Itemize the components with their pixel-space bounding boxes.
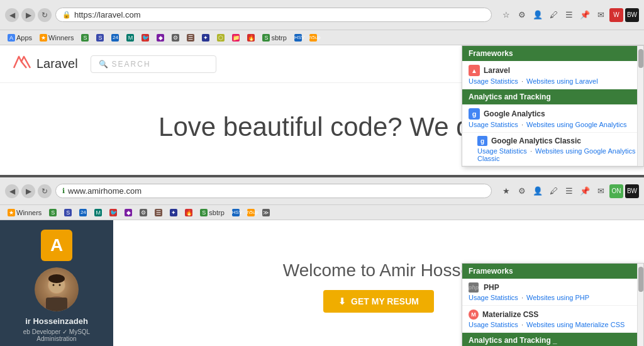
bookmark-ext2[interactable]: ⚙ [169,33,182,42]
more-b-favicon: ≫ [262,209,270,216]
settings-icon-bottom[interactable]: ⚙ [515,184,529,198]
bookmark-ext6[interactable]: 📁 [230,33,242,42]
bookmark-sbtrp[interactable]: S sbtrp [260,33,289,42]
bookmark-ext1-b[interactable]: ◆ [122,208,135,217]
php-websites[interactable]: Websites using PHP [526,294,589,301]
ext2-favicon: ⚙ [172,34,179,42]
ext-b-1[interactable]: 👤 [531,184,545,198]
back-button-bottom[interactable]: ◀ [5,184,19,198]
ext-b-3[interactable]: ☰ [562,184,576,198]
forward-button[interactable]: ▶ [21,8,35,22]
bookmark-s2-b[interactable]: S [62,208,74,217]
forward-button-bottom[interactable]: ▶ [21,184,35,198]
scrollbar-top[interactable] [637,46,643,166]
extension-icon-2[interactable]: 🖊 [547,8,560,22]
bookmark-fire[interactable]: 🔥 [245,33,257,42]
ext4-b-favicon: ✦ [170,209,177,216]
star-icon[interactable]: ☆ [499,8,513,22]
materialize-websites[interactable]: Websites using Materialize CSS [526,321,625,328]
amir-resume-btn[interactable]: ⬇ GET MY RESUM [323,290,434,313]
m-b-favicon: M [94,209,102,216]
bookmark-ext3-b[interactable]: ☰ [152,208,165,217]
bookmark-hsv-b[interactable]: HSV [230,208,242,217]
extension-icon-3[interactable]: ☰ [562,8,576,22]
bookmark-h5up[interactable]: h5up [307,33,319,42]
extension-icon-1[interactable]: 👤 [531,8,545,22]
bookmark-ext3[interactable]: ☰ [184,33,197,42]
reload-button-bottom[interactable]: ↻ [38,184,52,198]
bookmark-ext5[interactable]: ⬡ [214,33,227,42]
bookmark-bird-b[interactable]: 🐦 [107,208,119,217]
address-bar-bottom[interactable]: ℹ www.amirhome.com [55,184,492,198]
browser-chrome-bottom: ◀ ▶ ↻ ℹ www.amirhome.com ★ ⚙ 👤 🖊 ☰ 📌 ✉ O… [0,177,644,205]
reload-button[interactable]: ↻ [38,8,52,22]
php-usage[interactable]: Usage Statistics [469,294,518,301]
apps-favicon: A [8,34,15,42]
s2-favicon: S [96,34,104,42]
download-icon: ⬇ [338,296,346,306]
bookmark-hsv[interactable]: HSV [292,33,304,42]
extension-icon-4[interactable]: 📌 [578,8,592,22]
extension-icon-7[interactable]: BW [625,8,639,22]
bookmark-ext2-b[interactable]: ⚙ [137,208,150,217]
bookmark-fire-b[interactable]: 🔥 [182,208,195,217]
ext-b-5[interactable]: ✉ [594,184,608,198]
ga-classic-usage[interactable]: Usage Statistics [477,147,527,155]
hsv-b-favicon: HSV [232,209,240,216]
ga-item-top[interactable]: g Google Analytics Usage Statistics · We… [462,104,643,133]
ext-b-2[interactable]: 🖊 [547,184,560,198]
ga-classic-item[interactable]: g Google Analytics Classic Usage Statist… [462,133,643,166]
extension-icon-5[interactable]: ✉ [594,8,608,22]
bird-favicon: 🐦 [142,34,149,42]
star-icon-bottom[interactable]: ★ [499,184,513,198]
bookmark-more-b[interactable]: ≫ [260,208,272,217]
ext-b-6[interactable]: ON [609,184,623,198]
php-item[interactable]: php PHP Usage Statistics · Websites usin… [462,279,643,306]
materialize-item[interactable]: M Materialize CSS Usage Statistics · Web… [462,306,643,333]
bookmark-winners-label: Winners [48,34,74,42]
laravel-usage-link[interactable]: Usage Statistics [469,77,518,85]
php-links: Usage Statistics · Websites using PHP [469,294,637,301]
ext3-favicon: ☰ [187,34,194,42]
ga-usage-top[interactable]: Usage Statistics [469,121,518,128]
bookmark-m[interactable]: M [124,33,136,42]
bookmark-sbtrp-b[interactable]: S sbtrp [197,208,226,217]
amir-avatar-inner [35,267,79,311]
url-text: https://laravel.com [74,10,141,20]
laravel-item[interactable]: ▲ Laravel Usage Statistics · Websites us… [462,61,643,89]
bookmark-s2[interactable]: S [94,33,106,42]
address-bar-top[interactable]: 🔒 https://laravel.com [55,8,492,22]
bookmark-winners-b[interactable]: ★ Winners [5,208,44,217]
bookmark-apps[interactable]: A Apps [5,33,35,42]
materialize-usage[interactable]: Usage Statistics [469,321,518,328]
analytics-header-top: Analytics and Tracking [462,89,643,104]
laravel-search[interactable]: 🔍 SEARCH [91,55,216,73]
scrollbar-thumb-bottom[interactable] [638,267,643,292]
laravel-websites-link[interactable]: Websites using Laravel [526,77,598,85]
bookmark-ext1[interactable]: ◆ [154,33,167,42]
bookmark-h5up-b[interactable]: h5up [245,208,257,217]
bookmark-ext4[interactable]: ✦ [199,33,212,42]
bookmark-s1[interactable]: S [79,33,91,42]
lock-icon-bottom: ℹ [62,187,65,195]
toolbar-icons-bottom: ★ ⚙ 👤 🖊 ☰ 📌 ✉ ON BW [499,184,639,198]
bookmark-bird[interactable]: 🐦 [139,33,152,42]
ext-b-7[interactable]: BW [625,184,639,198]
back-button[interactable]: ◀ [5,8,19,22]
scrollbar-bottom[interactable] [637,264,643,346]
svg-point-5 [53,284,55,286]
bookmark-winners[interactable]: ★ Winners [37,33,76,42]
settings-icon[interactable]: ⚙ [515,8,529,22]
ext-b-4[interactable]: 📌 [578,184,592,198]
extension-icon-6[interactable]: W [609,8,623,22]
bookmark-24-b[interactable]: 24 [77,208,89,217]
24-favicon: 24 [111,34,119,42]
bookmark-ext4-b[interactable]: ✦ [167,208,180,217]
bookmark-s1-b[interactable]: S [47,208,59,217]
bookmark-m-b[interactable]: M [92,208,104,217]
bookmark-24[interactable]: 24 [109,33,121,42]
scrollbar-thumb-top[interactable] [638,49,643,68]
bookmarks-bar-top: A Apps ★ Winners S S 24 M 🐦 ◆ ⚙ ☰ ✦ ⬡ 📁 … [0,30,644,45]
ga-websites-top[interactable]: Websites using Google Analytics [526,121,626,128]
frameworks-header-bottom: Frameworks [462,264,643,279]
